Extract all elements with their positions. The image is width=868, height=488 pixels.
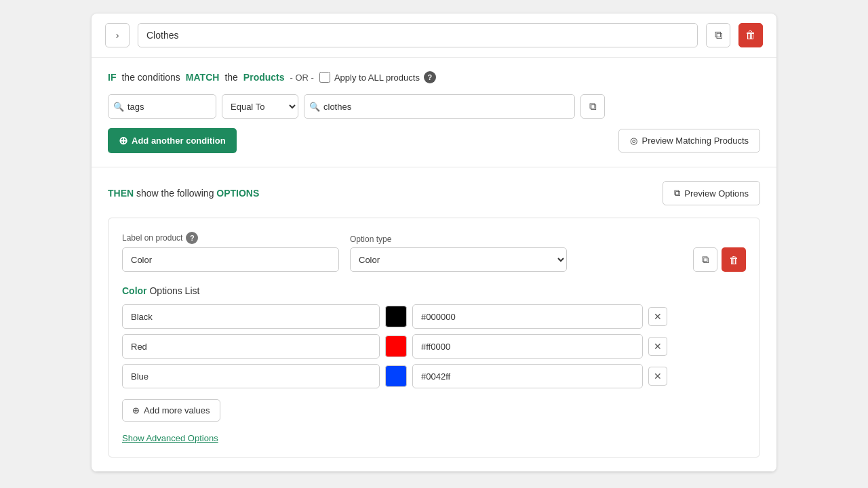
option-type-field-group: Option type Color Text Image <box>350 235 567 272</box>
add-condition-label: Add another condition <box>132 136 226 146</box>
add-condition-button[interactable]: ⊕ Add another condition <box>108 128 237 153</box>
color-hex-input[interactable] <box>412 334 643 359</box>
color-swatch[interactable] <box>385 365 407 387</box>
label-input[interactable] <box>122 247 339 272</box>
color-options-label: Options List <box>149 285 199 296</box>
products-keyword: Products <box>243 72 285 83</box>
color-row: ✕ <box>122 304 746 329</box>
apply-all-text: Apply to ALL products <box>334 73 420 83</box>
preview-matching-label: Preview Matching Products <box>642 136 749 146</box>
option-type-select[interactable]: Color Text Image <box>350 247 567 272</box>
remove-color-button[interactable]: ✕ <box>648 307 667 326</box>
add-more-label: Add more values <box>144 405 210 415</box>
delete-block-button[interactable]: 🗑 <box>722 247 746 272</box>
color-name-input[interactable] <box>122 304 380 329</box>
option-type-label: Option type <box>350 235 567 244</box>
if-keyword: IF <box>108 72 116 83</box>
then-title: THEN show the following OPTIONS <box>108 188 259 199</box>
condition-header: IF the conditions MATCH the Products - O… <box>108 71 760 83</box>
color-swatch[interactable] <box>385 336 407 357</box>
condition-row: 🔍 Equal To Not Equal To Contains 🔍 ⧉ <box>108 94 760 119</box>
option-block: Label on product ? Option type Color Tex… <box>108 218 760 458</box>
remove-color-button[interactable]: ✕ <box>648 367 667 386</box>
plus-circle-icon: ⊕ <box>119 134 127 147</box>
color-rows-container: ✕ ✕ ✕ <box>122 304 746 388</box>
color-name-input[interactable] <box>122 364 380 388</box>
operator-select[interactable]: Equal To Not Equal To Contains <box>222 94 298 119</box>
preview-matching-icon: ◎ <box>630 136 637 146</box>
color-swatch[interactable] <box>385 306 407 327</box>
value-search-icon: 🔍 <box>309 102 320 112</box>
add-more-icon: ⊕ <box>132 405 140 415</box>
delete-collection-button[interactable]: 🗑 <box>738 23 763 47</box>
copy-collection-button[interactable]: ⧉ <box>706 23 730 47</box>
color-hex-input[interactable] <box>412 304 643 329</box>
condition-actions-row: ⊕ Add another condition ◎ Preview Matchi… <box>108 128 760 153</box>
field-search-icon: 🔍 <box>113 102 124 112</box>
preview-options-label: Preview Options <box>684 188 749 199</box>
apply-all-label: Apply to ALL products ? <box>319 71 436 83</box>
copy-condition-icon: ⧉ <box>589 100 597 113</box>
copy-icon: ⧉ <box>715 29 722 41</box>
match-keyword: MATCH <box>186 72 220 83</box>
color-name-input[interactable] <box>122 334 380 359</box>
remove-color-button[interactable]: ✕ <box>648 337 667 356</box>
or-separator: - OR - <box>290 73 314 83</box>
color-row: ✕ <box>122 334 746 359</box>
apply-all-help-icon[interactable]: ? <box>424 71 436 83</box>
color-row: ✕ <box>122 364 746 388</box>
preview-options-icon: ⧉ <box>674 188 680 199</box>
options-list-header: Color Options List <box>122 285 746 296</box>
add-more-values-button[interactable]: ⊕ Add more values <box>122 399 220 422</box>
copy-block-icon: ⧉ <box>702 253 709 266</box>
trash-icon: 🗑 <box>745 29 756 41</box>
preview-options-button[interactable]: ⧉ Preview Options <box>663 181 760 205</box>
color-options-prefix: Color <box>122 285 147 296</box>
preview-matching-button[interactable]: ◎ Preview Matching Products <box>618 129 760 152</box>
then-header: THEN show the following OPTIONS ⧉ Previe… <box>108 181 760 205</box>
then-section: THEN show the following OPTIONS ⧉ Previe… <box>92 167 776 472</box>
show-following-text: show the following <box>136 188 214 199</box>
label-field-label: Label on product ? <box>122 232 339 244</box>
delete-block-icon: 🗑 <box>729 254 739 266</box>
chevron-right-icon: › <box>116 30 119 41</box>
value-input[interactable] <box>304 94 575 119</box>
the-text: the <box>224 72 237 83</box>
block-actions: ⧉ 🗑 <box>693 247 746 272</box>
condition-match-text: the conditions <box>121 72 180 83</box>
condition-section: IF the conditions MATCH the Products - O… <box>92 58 776 167</box>
options-keyword: OPTIONS <box>216 188 259 199</box>
collection-title-input[interactable] <box>138 23 698 47</box>
color-hex-input[interactable] <box>412 364 643 388</box>
expand-button[interactable]: › <box>105 23 130 47</box>
label-field-group: Label on product ? <box>122 232 339 272</box>
then-keyword: THEN <box>108 188 134 199</box>
apply-all-checkbox[interactable] <box>319 72 330 83</box>
copy-condition-button[interactable]: ⧉ <box>580 94 605 119</box>
copy-block-button[interactable]: ⧉ <box>693 247 717 272</box>
value-search-wrap: 🔍 <box>304 94 575 119</box>
field-input[interactable] <box>108 94 216 119</box>
show-advanced-button[interactable]: Show Advanced Options <box>122 433 218 443</box>
option-block-header: Label on product ? Option type Color Tex… <box>122 232 746 272</box>
field-search-wrap: 🔍 <box>108 94 216 119</box>
label-help-icon[interactable]: ? <box>186 232 198 244</box>
